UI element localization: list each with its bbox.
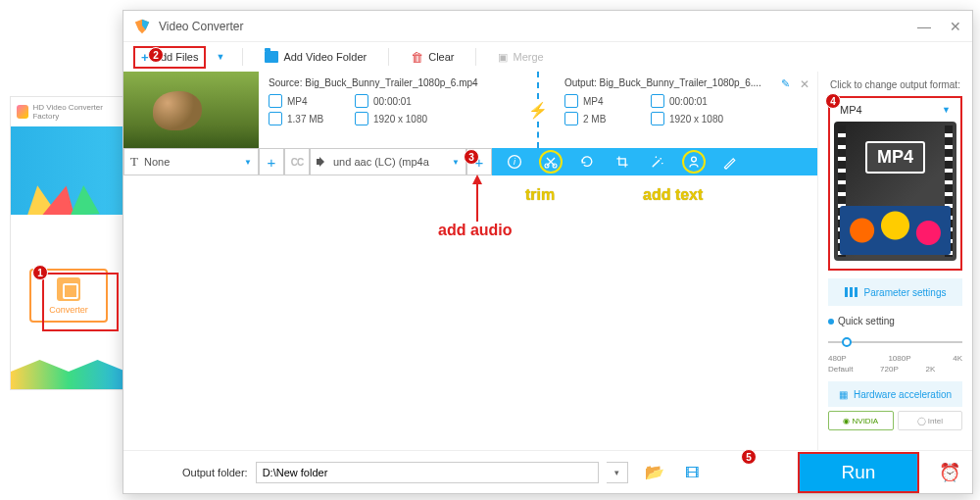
annotation-badge-1: 1 [32, 265, 48, 280]
bottom-bar: Output folder: ▾ 📂 🎞 Run ⏰ [123, 450, 972, 493]
size-icon [269, 112, 282, 125]
src-format: MP4 [287, 96, 308, 107]
size-icon [564, 112, 578, 125]
run-button[interactable]: Run [800, 454, 917, 491]
bg-app-title: HD Video Converter Factory [32, 103, 121, 121]
intel-button[interactable]: ◯ Intel [898, 411, 963, 430]
nvidia-icon: ◉ [843, 417, 850, 425]
file-card: Source: Big_Buck_Bunny_Trailer_1080p_6.m… [123, 72, 817, 148]
chevron-down-icon: ▼ [942, 105, 951, 115]
annotation-trim: trim [525, 186, 555, 204]
draw-button[interactable] [719, 151, 741, 173]
video-settings-button[interactable]: 🎞 [681, 463, 703, 482]
crop-button[interactable] [612, 151, 633, 173]
bg-converter-label: Converter [49, 305, 88, 315]
subtitle-value: None [144, 156, 170, 168]
format-badge: MP4 [865, 141, 925, 174]
out-duration: 00:00:01 [669, 96, 708, 107]
output-folder-input[interactable] [256, 462, 599, 483]
src-resolution: 1920 x 1080 [373, 114, 427, 125]
merge-icon: ▣ [498, 51, 508, 64]
audio-track-select[interactable]: und aac (LC) (mp4a ▼ [310, 148, 466, 175]
annotation-badge-5: 5 [741, 449, 757, 465]
remove-file-button[interactable]: ✕ [800, 77, 809, 91]
source-panel: Source: Big_Buck_Bunny_Trailer_1080p_6.m… [259, 72, 521, 148]
chevron-down-icon: ▼ [452, 158, 460, 167]
src-size: 1.37 MB [287, 114, 323, 125]
background-app-window: HD Video Converter Factory Converter [10, 96, 127, 390]
format-icon [269, 94, 282, 108]
svg-point-6 [662, 163, 662, 164]
hw-label: Hardware acceleration [854, 389, 952, 400]
svg-marker-9 [472, 175, 482, 184]
clear-label: Clear [428, 51, 454, 63]
intel-icon: ◯ [917, 417, 926, 425]
resolution-slider[interactable] [828, 332, 962, 352]
schedule-button[interactable]: ⏰ [937, 460, 962, 485]
audio-value: und aac (LC) (mp4a [333, 156, 447, 168]
chip-icon: ▦ [839, 389, 848, 400]
minimize-button[interactable]: — [917, 20, 931, 33]
svg-point-7 [692, 157, 697, 162]
merge-button[interactable]: ▣ Merge [490, 48, 551, 67]
run-button-wrap: Run [798, 452, 919, 493]
nvidia-button[interactable]: ◉ NVIDIA [828, 411, 894, 430]
dot-icon [828, 319, 834, 325]
annotation-badge-2: 2 [148, 47, 164, 63]
output-folder-dropdown[interactable]: ▾ [607, 462, 628, 483]
hardware-acceleration-button[interactable]: ▦ Hardware acceleration [828, 381, 962, 407]
annotation-badge-3: 3 [464, 149, 479, 165]
lightning-icon: ⚡ [528, 101, 548, 120]
info-button[interactable]: i [504, 151, 525, 173]
add-video-folder-button[interactable]: Add Video Folder [257, 48, 374, 66]
edit-output-button[interactable]: ✎ [781, 77, 790, 90]
param-label: Parameter settings [864, 287, 947, 298]
effects-button[interactable] [647, 151, 668, 173]
folder-icon [265, 51, 278, 63]
output-filename: Big_Buck_Bunny_Trailer_1080p_6.... [600, 77, 761, 88]
bg-app-logo-icon [17, 105, 28, 119]
rotate-button[interactable] [576, 151, 598, 173]
add-files-button[interactable]: + Add Files [133, 46, 206, 69]
bg-app-titlebar: HD Video Converter Factory [11, 97, 126, 126]
resolution-icon [355, 112, 368, 125]
add-files-dropdown[interactable]: ▼ [212, 52, 228, 62]
toolbar: + Add Files ▼ Add Video Folder 🗑 Clear ▣… [123, 42, 972, 72]
parameter-settings-button[interactable]: Parameter settings [828, 278, 962, 306]
video-thumbnail[interactable] [123, 72, 259, 148]
format-preview: MP4 [834, 122, 956, 261]
clock-icon [355, 94, 368, 108]
annotation-add-text: add text [643, 186, 703, 204]
right-panel: Click to change output format: MP4 ▼ MP4… [817, 72, 972, 450]
quick-setting-section: Quick setting 480P1080P4K Default720P2K [828, 316, 962, 374]
file-list-area: Source: Big_Buck_Bunny_Trailer_1080p_6.m… [123, 72, 817, 450]
app-logo-icon [133, 18, 151, 35]
out-format: MP4 [583, 96, 604, 107]
open-folder-button[interactable]: 📂 [644, 463, 665, 482]
slider-labels-top: 480P1080P4K [828, 354, 962, 363]
titlebar: Video Converter — ✕ [123, 11, 972, 42]
add-subtitle-button[interactable]: + [259, 148, 284, 175]
resolution-icon [651, 112, 664, 125]
chevron-down-icon: ▼ [244, 158, 252, 167]
subtitle-select[interactable]: T None ▼ [123, 148, 259, 175]
annotation-arrow [466, 175, 489, 224]
text-icon: T [130, 154, 138, 170]
cc-button[interactable]: CC [284, 148, 310, 175]
trim-button[interactable] [539, 150, 563, 174]
svg-point-5 [661, 158, 662, 159]
close-button[interactable]: ✕ [949, 20, 962, 33]
bg-app-footer-art [11, 360, 126, 389]
svg-point-4 [656, 157, 657, 158]
sliders-icon [845, 287, 858, 297]
output-format-box[interactable]: MP4 ▼ MP4 [828, 96, 962, 271]
trash-icon: 🗑 [411, 50, 423, 65]
annotation-add-audio: add audio [438, 222, 513, 239]
clear-button[interactable]: 🗑 Clear [403, 47, 462, 68]
out-resolution: 1920 x 1080 [669, 114, 723, 125]
output-panel: ✎ ✕ Output: Big_Buck_Bunny_Trailer_1080p… [555, 72, 817, 148]
svg-text:i: i [514, 157, 516, 167]
format-name: MP4 [840, 104, 862, 116]
slider-thumb[interactable] [842, 337, 852, 347]
watermark-button[interactable] [682, 150, 706, 174]
